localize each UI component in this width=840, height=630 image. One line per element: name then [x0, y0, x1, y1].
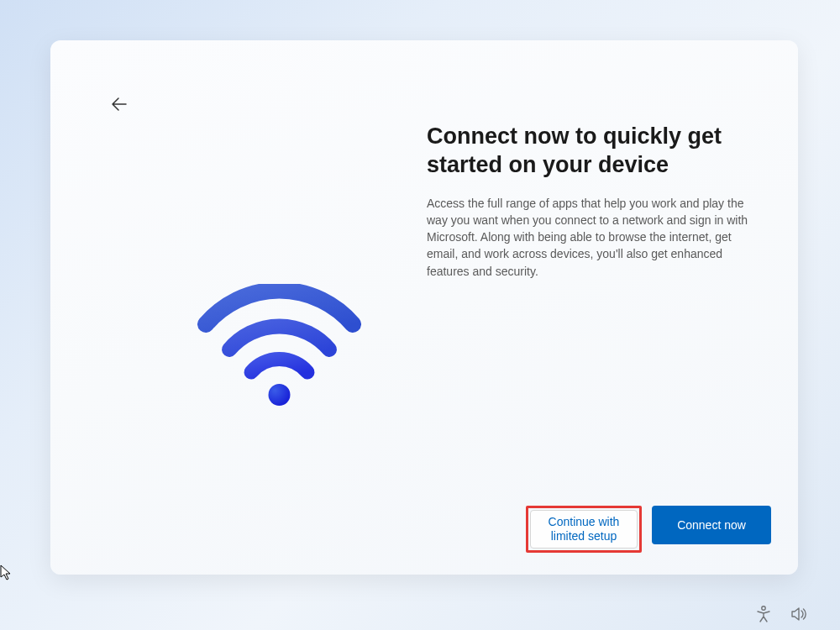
continue-limited-setup-button[interactable]: Continue with limited setup: [530, 510, 638, 549]
highlight-box: Continue with limited setup: [526, 506, 642, 553]
svg-point-0: [269, 384, 291, 406]
page-title: Connect now to quickly get started on yo…: [427, 123, 763, 180]
connect-now-button[interactable]: Connect now: [652, 506, 771, 544]
setup-card: Connect now to quickly get started on yo…: [50, 40, 798, 575]
back-button[interactable]: [108, 92, 131, 116]
svg-point-1: [762, 606, 765, 610]
page-description: Access the full range of apps that help …: [427, 195, 763, 280]
action-buttons: Continue with limited setup Connect now: [526, 506, 771, 553]
accessibility-icon[interactable]: [754, 605, 773, 623]
content-right: Connect now to quickly get started on yo…: [427, 123, 763, 280]
taskbar-icons: [754, 605, 808, 623]
arrow-left-icon: [111, 96, 128, 113]
volume-icon[interactable]: [790, 605, 808, 623]
cursor-icon: [0, 564, 13, 581]
wifi-icon: [197, 284, 361, 410]
